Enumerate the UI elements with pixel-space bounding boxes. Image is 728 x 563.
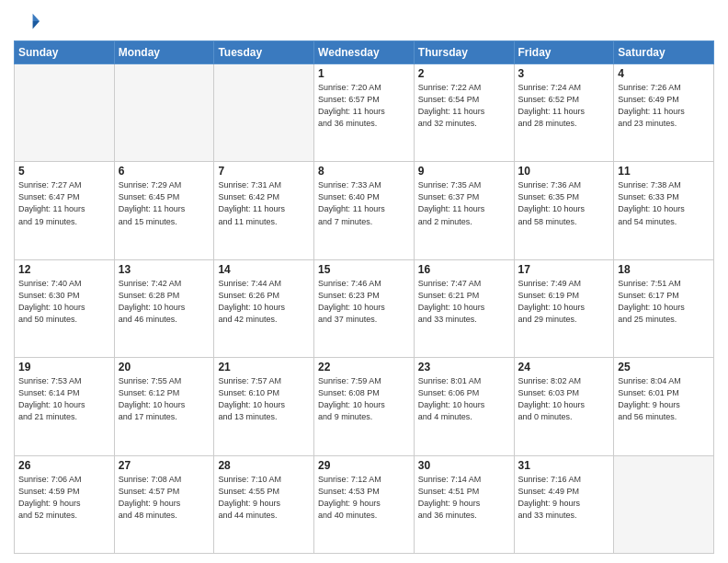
logo <box>14 9 41 35</box>
day-info: Sunrise: 7:31 AM Sunset: 6:42 PM Dayligh… <box>218 179 310 227</box>
day-number: 3 <box>518 67 610 80</box>
day-info: Sunrise: 7:44 AM Sunset: 6:26 PM Dayligh… <box>218 278 310 326</box>
calendar-cell: 4Sunrise: 7:26 AM Sunset: 6:49 PM Daylig… <box>614 64 714 162</box>
calendar-cell: 18Sunrise: 7:51 AM Sunset: 6:17 PM Dayli… <box>614 259 714 357</box>
day-number: 30 <box>418 459 510 472</box>
day-info: Sunrise: 8:01 AM Sunset: 6:06 PM Dayligh… <box>418 375 510 423</box>
day-info: Sunrise: 7:55 AM Sunset: 6:12 PM Dayligh… <box>119 375 210 423</box>
calendar-cell: 10Sunrise: 7:36 AM Sunset: 6:35 PM Dayli… <box>514 162 614 259</box>
day-number: 1 <box>318 67 410 80</box>
calendar-cell: 20Sunrise: 7:55 AM Sunset: 6:12 PM Dayli… <box>114 358 214 455</box>
day-info: Sunrise: 7:29 AM Sunset: 6:45 PM Dayligh… <box>119 179 210 227</box>
calendar-cell: 27Sunrise: 7:08 AM Sunset: 4:57 PM Dayli… <box>114 455 214 553</box>
day-number: 23 <box>418 361 510 373</box>
calendar-cell: 29Sunrise: 7:12 AM Sunset: 4:53 PM Dayli… <box>314 455 415 553</box>
day-number: 18 <box>618 263 710 276</box>
day-number: 26 <box>18 459 110 472</box>
day-info: Sunrise: 7:57 AM Sunset: 6:10 PM Dayligh… <box>218 375 310 423</box>
day-number: 31 <box>518 459 610 472</box>
week-row-2: 12Sunrise: 7:40 AM Sunset: 6:30 PM Dayli… <box>15 259 714 357</box>
calendar-cell: 15Sunrise: 7:46 AM Sunset: 6:23 PM Dayli… <box>314 259 415 357</box>
day-number: 2 <box>418 67 510 80</box>
calendar-cell: 9Sunrise: 7:35 AM Sunset: 6:37 PM Daylig… <box>414 162 514 259</box>
calendar-cell <box>214 64 314 162</box>
calendar-cell: 14Sunrise: 7:44 AM Sunset: 6:26 PM Dayli… <box>214 259 314 357</box>
calendar-cell: 1Sunrise: 7:20 AM Sunset: 6:57 PM Daylig… <box>314 64 415 162</box>
day-number: 11 <box>618 165 710 178</box>
calendar-header-sunday: Sunday <box>15 41 115 64</box>
svg-marker-1 <box>33 21 40 29</box>
page: SundayMondayTuesdayWednesdayThursdayFrid… <box>0 0 728 563</box>
calendar-cell: 31Sunrise: 7:16 AM Sunset: 4:49 PM Dayli… <box>514 455 614 553</box>
calendar-cell: 26Sunrise: 7:06 AM Sunset: 4:59 PM Dayli… <box>15 455 115 553</box>
day-info: Sunrise: 7:59 AM Sunset: 6:08 PM Dayligh… <box>318 375 410 423</box>
day-info: Sunrise: 7:14 AM Sunset: 4:51 PM Dayligh… <box>418 474 510 522</box>
calendar-cell: 12Sunrise: 7:40 AM Sunset: 6:30 PM Dayli… <box>15 259 115 357</box>
day-info: Sunrise: 7:10 AM Sunset: 4:55 PM Dayligh… <box>218 474 310 522</box>
day-number: 13 <box>119 263 210 276</box>
day-number: 28 <box>218 459 310 472</box>
day-info: Sunrise: 7:27 AM Sunset: 6:47 PM Dayligh… <box>18 179 110 227</box>
day-info: Sunrise: 7:46 AM Sunset: 6:23 PM Dayligh… <box>318 278 410 326</box>
calendar-header-monday: Monday <box>114 41 214 64</box>
day-number: 4 <box>618 67 710 80</box>
calendar-header-tuesday: Tuesday <box>214 41 314 64</box>
day-info: Sunrise: 7:42 AM Sunset: 6:28 PM Dayligh… <box>119 278 210 326</box>
day-number: 6 <box>119 165 210 178</box>
calendar-cell: 13Sunrise: 7:42 AM Sunset: 6:28 PM Dayli… <box>114 259 214 357</box>
calendar-header-friday: Friday <box>514 41 614 64</box>
calendar-cell: 22Sunrise: 7:59 AM Sunset: 6:08 PM Dayli… <box>314 358 415 455</box>
day-number: 10 <box>518 165 610 178</box>
calendar-cell: 7Sunrise: 7:31 AM Sunset: 6:42 PM Daylig… <box>214 162 314 259</box>
header <box>14 9 714 35</box>
day-number: 8 <box>318 165 410 178</box>
day-info: Sunrise: 7:22 AM Sunset: 6:54 PM Dayligh… <box>418 82 510 130</box>
day-info: Sunrise: 7:24 AM Sunset: 6:52 PM Dayligh… <box>518 82 610 130</box>
day-info: Sunrise: 7:08 AM Sunset: 4:57 PM Dayligh… <box>119 474 210 522</box>
week-row-0: 1Sunrise: 7:20 AM Sunset: 6:57 PM Daylig… <box>15 64 714 162</box>
day-number: 29 <box>318 459 410 472</box>
week-row-3: 19Sunrise: 7:53 AM Sunset: 6:14 PM Dayli… <box>15 358 714 455</box>
day-number: 12 <box>18 263 110 276</box>
calendar-cell: 28Sunrise: 7:10 AM Sunset: 4:55 PM Dayli… <box>214 455 314 553</box>
calendar-cell: 2Sunrise: 7:22 AM Sunset: 6:54 PM Daylig… <box>414 64 514 162</box>
day-info: Sunrise: 7:06 AM Sunset: 4:59 PM Dayligh… <box>18 474 110 522</box>
day-number: 25 <box>618 361 710 373</box>
day-info: Sunrise: 7:35 AM Sunset: 6:37 PM Dayligh… <box>418 179 510 227</box>
day-number: 22 <box>318 361 410 373</box>
calendar-cell: 21Sunrise: 7:57 AM Sunset: 6:10 PM Dayli… <box>214 358 314 455</box>
day-number: 21 <box>218 361 310 373</box>
calendar-table: SundayMondayTuesdayWednesdayThursdayFrid… <box>14 40 714 554</box>
day-info: Sunrise: 7:47 AM Sunset: 6:21 PM Dayligh… <box>418 278 510 326</box>
day-number: 24 <box>518 361 610 373</box>
logo-icon <box>14 9 40 35</box>
day-number: 19 <box>18 361 110 373</box>
calendar-cell: 6Sunrise: 7:29 AM Sunset: 6:45 PM Daylig… <box>114 162 214 259</box>
week-row-4: 26Sunrise: 7:06 AM Sunset: 4:59 PM Dayli… <box>15 455 714 553</box>
day-info: Sunrise: 8:04 AM Sunset: 6:01 PM Dayligh… <box>618 375 710 423</box>
calendar-cell: 3Sunrise: 7:24 AM Sunset: 6:52 PM Daylig… <box>514 64 614 162</box>
day-number: 20 <box>119 361 210 373</box>
day-info: Sunrise: 7:38 AM Sunset: 6:33 PM Dayligh… <box>618 179 710 227</box>
calendar-cell <box>15 64 115 162</box>
svg-marker-0 <box>33 14 40 21</box>
day-info: Sunrise: 8:02 AM Sunset: 6:03 PM Dayligh… <box>518 375 610 423</box>
calendar-header-wednesday: Wednesday <box>314 41 415 64</box>
day-info: Sunrise: 7:36 AM Sunset: 6:35 PM Dayligh… <box>518 179 610 227</box>
day-number: 27 <box>119 459 210 472</box>
calendar-cell: 23Sunrise: 8:01 AM Sunset: 6:06 PM Dayli… <box>414 358 514 455</box>
day-info: Sunrise: 7:51 AM Sunset: 6:17 PM Dayligh… <box>618 278 710 326</box>
day-number: 5 <box>18 165 110 178</box>
day-info: Sunrise: 7:40 AM Sunset: 6:30 PM Dayligh… <box>18 278 110 326</box>
calendar-cell: 16Sunrise: 7:47 AM Sunset: 6:21 PM Dayli… <box>414 259 514 357</box>
day-number: 16 <box>418 263 510 276</box>
day-number: 7 <box>218 165 310 178</box>
day-info: Sunrise: 7:53 AM Sunset: 6:14 PM Dayligh… <box>18 375 110 423</box>
day-number: 14 <box>218 263 310 276</box>
day-info: Sunrise: 7:26 AM Sunset: 6:49 PM Dayligh… <box>618 82 710 130</box>
calendar-cell <box>614 455 714 553</box>
day-info: Sunrise: 7:49 AM Sunset: 6:19 PM Dayligh… <box>518 278 610 326</box>
calendar-cell: 24Sunrise: 8:02 AM Sunset: 6:03 PM Dayli… <box>514 358 614 455</box>
day-number: 9 <box>418 165 510 178</box>
calendar-cell: 5Sunrise: 7:27 AM Sunset: 6:47 PM Daylig… <box>15 162 115 259</box>
